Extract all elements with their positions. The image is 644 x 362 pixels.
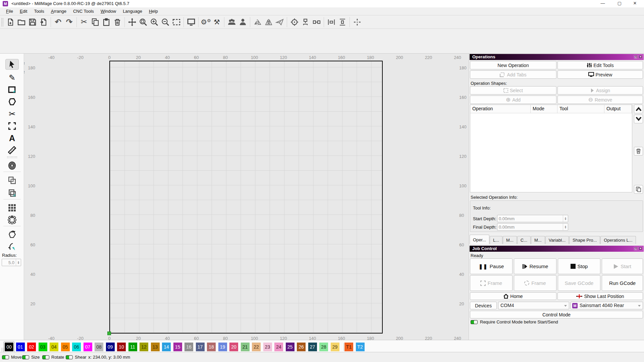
column-header-operation[interactable]: Operation bbox=[470, 105, 531, 113]
palette-swatch-01[interactable]: 01 bbox=[16, 343, 25, 351]
menu-file[interactable]: File bbox=[3, 9, 16, 14]
move-icon[interactable] bbox=[126, 16, 138, 28]
show-last-position-button[interactable]: Show Last Position bbox=[557, 292, 643, 300]
minimize-button[interactable]: — bbox=[595, 0, 610, 7]
palette-swatch-23[interactable]: 23 bbox=[263, 343, 272, 351]
rotate-toggle[interactable] bbox=[42, 355, 49, 359]
poly-convert-tool[interactable] bbox=[5, 229, 19, 240]
panel-tab-0[interactable]: Oper... bbox=[470, 235, 489, 244]
file-new-icon[interactable] bbox=[5, 16, 16, 28]
polygon-tool-tool[interactable] bbox=[5, 97, 19, 107]
start-depth-field[interactable]: 0.00mm▲▼ bbox=[497, 215, 568, 222]
palette-swatch-13[interactable]: 13 bbox=[151, 343, 160, 351]
new-operation-button[interactable]: New Operation bbox=[470, 61, 556, 69]
port-select[interactable]: COM4 bbox=[498, 302, 569, 309]
panel-tab-7[interactable]: Operations L... bbox=[600, 236, 636, 244]
panel-tab-2[interactable]: M... bbox=[503, 236, 517, 244]
palette-swatch-08[interactable]: 08 bbox=[95, 343, 103, 351]
node-link-1-icon[interactable] bbox=[300, 16, 311, 28]
zoom-out-icon[interactable] bbox=[160, 16, 171, 28]
paste-icon[interactable] bbox=[101, 16, 112, 28]
frame-circle-button[interactable]: Frame bbox=[514, 275, 556, 291]
text-tool-tool[interactable]: A bbox=[5, 133, 19, 143]
palette-swatch-22[interactable]: 22 bbox=[252, 343, 261, 351]
close-panel-icon[interactable]: ✕ bbox=[639, 247, 642, 250]
node-link-2-icon[interactable] bbox=[311, 16, 322, 28]
column-header-mode[interactable]: Mode bbox=[531, 105, 557, 113]
zoom-page-icon[interactable] bbox=[138, 16, 149, 28]
pencil-tool[interactable]: ✎ bbox=[5, 72, 19, 83]
palette-swatch-11[interactable]: 11 bbox=[128, 343, 137, 351]
devices-button[interactable]: Devices bbox=[470, 302, 497, 309]
palette-swatch-10[interactable]: 10 bbox=[117, 343, 126, 351]
remove-shapes-button[interactable]: ⊖Remove bbox=[557, 96, 643, 104]
stop-button[interactable]: Stop bbox=[558, 258, 600, 274]
palette-swatch-24[interactable]: 24 bbox=[274, 343, 283, 351]
require-control-mode-toggle[interactable] bbox=[471, 320, 478, 324]
palette-swatch-28[interactable]: 28 bbox=[319, 343, 328, 351]
target-crosshair-icon[interactable] bbox=[289, 16, 300, 28]
palette-swatch-07[interactable]: 07 bbox=[84, 343, 92, 351]
trash-icon[interactable] bbox=[112, 16, 123, 28]
palette-swatch-05[interactable]: 05 bbox=[61, 343, 70, 351]
delete-operation-button[interactable] bbox=[634, 147, 643, 156]
panel-tab-3[interactable]: C... bbox=[517, 236, 531, 244]
fillet-cursor-tool[interactable] bbox=[5, 241, 19, 252]
preview-button[interactable]: Preview bbox=[557, 70, 643, 79]
menu-help[interactable]: Help bbox=[146, 9, 161, 14]
close-panel-icon[interactable]: ✕ bbox=[639, 55, 642, 59]
palette-swatch-14[interactable]: 14 bbox=[162, 343, 171, 351]
palette-swatch-04[interactable]: 04 bbox=[50, 343, 58, 351]
resume-button[interactable]: Resume bbox=[514, 258, 556, 274]
palette-swatch-18[interactable]: 18 bbox=[207, 343, 216, 351]
boolean-subtract-tool[interactable] bbox=[5, 188, 19, 198]
size-toggle[interactable] bbox=[22, 355, 29, 359]
flip-h-icon[interactable] bbox=[252, 16, 263, 28]
canvas[interactable]: -40-40-20-200020204040606080801001001201… bbox=[24, 54, 469, 340]
mirror-v-icon[interactable] bbox=[263, 16, 274, 28]
panel-tab-4[interactable]: M... bbox=[531, 236, 545, 244]
run-gcode-button[interactable]: Run GCode bbox=[602, 275, 643, 291]
home-button[interactable]: Home bbox=[470, 292, 556, 300]
save-icon[interactable] bbox=[27, 16, 38, 28]
distribute-h-icon[interactable] bbox=[326, 16, 337, 28]
column-header-output[interactable]: Output bbox=[604, 105, 632, 113]
edit-tools-button[interactable]: Edit Tools bbox=[557, 61, 643, 69]
final-depth-field[interactable]: 0.00mm▲▼ bbox=[497, 223, 568, 231]
palette-swatch-20[interactable]: 20 bbox=[229, 343, 238, 351]
palette-swatch-06[interactable]: 06 bbox=[72, 343, 81, 351]
palette-swatch-T2[interactable]: T2 bbox=[356, 343, 365, 351]
origin-position-icon[interactable] bbox=[352, 16, 363, 28]
menu-window[interactable]: Window bbox=[97, 9, 119, 14]
redo-icon[interactable]: ↷ bbox=[64, 16, 75, 28]
add-shapes-button[interactable]: ⊕Add bbox=[470, 96, 556, 104]
column-header-tool[interactable]: Tool bbox=[557, 105, 604, 113]
palette-swatch-21[interactable]: 21 bbox=[241, 343, 250, 351]
node-ring-tool[interactable] bbox=[5, 215, 19, 225]
monitor-icon[interactable] bbox=[185, 16, 197, 28]
wrench-icon[interactable]: ⚒ bbox=[211, 16, 222, 28]
panel-tab-5[interactable]: Variabl... bbox=[545, 236, 569, 244]
users-group-icon[interactable] bbox=[226, 16, 237, 28]
job-control-panel-header[interactable]: Job Control ◱✕ bbox=[470, 246, 644, 252]
palette-swatch-17[interactable]: 17 bbox=[196, 343, 205, 351]
frame-rect-button[interactable]: Frame bbox=[470, 275, 513, 291]
palette-swatch-25[interactable]: 25 bbox=[286, 343, 294, 351]
gears-icon[interactable]: ⚙⚙ bbox=[200, 16, 211, 28]
offset-rings-tool[interactable] bbox=[5, 160, 19, 171]
shear-toggle[interactable] bbox=[66, 355, 73, 359]
palette-swatch-26[interactable]: 26 bbox=[297, 343, 306, 351]
assign-shapes-button[interactable]: Assign bbox=[557, 86, 643, 95]
close-button[interactable]: ✕ bbox=[627, 0, 643, 7]
palette-swatch-15[interactable]: 15 bbox=[173, 343, 182, 351]
menu-cnc-tools[interactable]: CNC Tools bbox=[70, 9, 97, 14]
select-arrow-tool[interactable] bbox=[5, 59, 19, 70]
palette-swatch-27[interactable]: 27 bbox=[308, 343, 317, 351]
palette-swatch-03[interactable]: 03 bbox=[39, 343, 47, 351]
move-toggle[interactable] bbox=[2, 355, 9, 359]
zoom-in-icon[interactable] bbox=[149, 16, 160, 28]
palette-swatch-T1[interactable]: T1 bbox=[344, 343, 353, 351]
file-import-icon[interactable] bbox=[38, 16, 49, 28]
palette-swatch-00[interactable]: 00 bbox=[5, 343, 13, 351]
palette-swatch-02[interactable]: 02 bbox=[27, 343, 36, 351]
